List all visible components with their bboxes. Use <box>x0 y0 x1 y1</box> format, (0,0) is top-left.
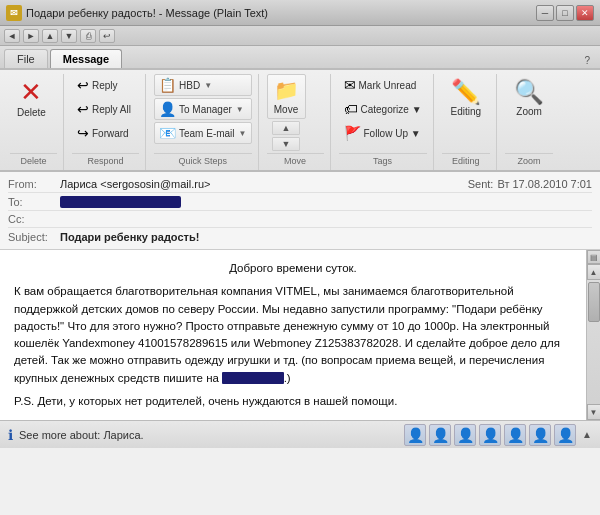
subject-row: Subject: Подари ребенку радость! <box>8 228 592 246</box>
qt-down[interactable]: ▼ <box>61 29 77 43</box>
scrollbar-thumb[interactable] <box>588 282 600 322</box>
hbd-icon: 📋 <box>159 77 176 93</box>
avatar-1: 👤 <box>404 424 426 446</box>
qt-save[interactable]: ⎙ <box>80 29 96 43</box>
ribbon-group-zoom: 🔍 Zoom Zoom <box>499 74 559 170</box>
team-email-label: Team E-mail <box>179 128 235 139</box>
app-icon: ✉ <box>6 5 22 21</box>
status-expand-button[interactable]: ▲ <box>582 429 592 440</box>
mark-unread-button[interactable]: ✉ Mark Unread <box>339 74 427 96</box>
move-down-btn[interactable]: ▼ <box>272 137 300 151</box>
message-scrollbar[interactable]: ▤ ▲ ▼ <box>586 250 600 420</box>
status-avatars: 👤 👤 👤 👤 👤 👤 👤 <box>404 424 576 446</box>
from-label: From: <box>8 178 60 190</box>
maximize-button[interactable]: □ <box>556 5 574 21</box>
to-row: To: <box>8 193 592 211</box>
ribbon-group-move: 📁 Move ▲ ▼ Move <box>261 74 331 170</box>
delete-icon: ✕ <box>20 79 42 105</box>
quicksteps-group-content: 📋 HBD ▼ 👤 To Manager ▼ 📧 Team E-mail ▼ <box>154 74 252 151</box>
qt-forward-btn[interactable]: ► <box>23 29 39 43</box>
forward-icon: ↪ <box>77 125 89 141</box>
delete-label: Delete <box>17 107 46 118</box>
cc-row: Cc: <box>8 211 592 228</box>
zoom-icon: 🔍 <box>514 78 544 106</box>
redacted-email <box>222 372 284 384</box>
team-email-button[interactable]: 📧 Team E-mail ▼ <box>154 122 252 144</box>
delete-button[interactable]: ✕ Delete <box>10 74 53 123</box>
avatar-7: 👤 <box>554 424 576 446</box>
move-up-btn[interactable]: ▲ <box>272 121 300 135</box>
minimize-button[interactable]: ─ <box>536 5 554 21</box>
forward-button[interactable]: ↪ Forward <box>72 122 136 144</box>
to-manager-button[interactable]: 👤 To Manager ▼ <box>154 98 252 120</box>
move-button[interactable]: 📁 Move <box>267 74 306 119</box>
reply-icon: ↩ <box>77 77 89 93</box>
from-row: From: Лариса <sergososin@mail.ru> Sent: … <box>8 175 592 193</box>
follow-up-label: Follow Up ▼ <box>364 128 421 139</box>
window-controls[interactable]: ─ □ ✕ <box>536 5 594 21</box>
tab-bar: File Message ? <box>0 46 600 70</box>
team-email-icon: 📧 <box>159 125 176 141</box>
to-manager-arrow: ▼ <box>236 105 244 114</box>
editing-group-label: Editing <box>442 153 491 166</box>
respond-group-label: Respond <box>72 153 139 166</box>
tab-file[interactable]: File <box>4 49 48 68</box>
cc-label: Cc: <box>8 213 60 225</box>
window-title: Подари ребенку радость! - Message (Plain… <box>26 7 268 19</box>
reply-all-icon: ↩ <box>77 101 89 117</box>
tags-buttons: ✉ Mark Unread 🏷 Categorize ▼ 🚩 Follow Up… <box>339 74 427 144</box>
sent-label: Sent: <box>468 178 494 190</box>
qt-up[interactable]: ▲ <box>42 29 58 43</box>
title-bar: ✉ Подари ребенку радость! - Message (Pla… <box>0 0 600 26</box>
close-button[interactable]: ✕ <box>576 5 594 21</box>
ribbon-group-delete: ✕ Delete Delete <box>4 74 64 170</box>
ribbon: ✕ Delete Delete ↩ Reply ↩ Reply All ↪ Fo… <box>0 70 600 172</box>
body-text-1: К вам обращается благотворительная компа… <box>14 285 560 383</box>
categorize-button[interactable]: 🏷 Categorize ▼ <box>339 98 427 120</box>
reply-all-button[interactable]: ↩ Reply All <box>72 98 136 120</box>
zoom-group-label: Zoom <box>505 153 553 166</box>
subject-value: Подари ребенку радость! <box>60 231 592 243</box>
avatar-4: 👤 <box>479 424 501 446</box>
quicksteps-buttons: 📋 HBD ▼ 👤 To Manager ▼ 📧 Team E-mail ▼ <box>154 74 252 144</box>
move-label: Move <box>274 104 298 115</box>
reply-all-label: Reply All <box>92 104 131 115</box>
editing-button[interactable]: ✏️ Editing <box>442 74 491 121</box>
hbd-arrow: ▼ <box>204 81 212 90</box>
follow-up-button[interactable]: 🚩 Follow Up ▼ <box>339 122 427 144</box>
delete-group-label: Delete <box>10 153 57 166</box>
scrollbar-down-button[interactable]: ▼ <box>587 404 601 420</box>
reply-label: Reply <box>92 80 118 91</box>
zoom-label: Zoom <box>516 106 542 117</box>
move-group-label: Move <box>267 153 324 166</box>
scrollbar-up-button[interactable]: ▲ <box>587 264 601 280</box>
ribbon-group-quicksteps: 📋 HBD ▼ 👤 To Manager ▼ 📧 Team E-mail ▼ Q… <box>148 74 259 170</box>
message-body-wrapper: Доброго времени суток. К вам обращается … <box>0 250 600 420</box>
reply-button[interactable]: ↩ Reply <box>72 74 136 96</box>
quick-access-toolbar: ◄ ► ▲ ▼ ⎙ ↩ <box>0 26 600 46</box>
status-text: See more about: Лариса. <box>19 429 398 441</box>
zoom-group-content: 🔍 Zoom <box>505 74 553 151</box>
qt-undo[interactable]: ↩ <box>99 29 115 43</box>
zoom-button[interactable]: 🔍 Zoom <box>505 74 553 121</box>
avatar-2: 👤 <box>429 424 451 446</box>
message-headers: From: Лариса <sergososin@mail.ru> Sent: … <box>0 172 600 250</box>
move-icon: 📁 <box>274 78 299 102</box>
status-info-icon: ℹ <box>8 427 13 443</box>
delete-group-content: ✕ Delete <box>10 74 57 151</box>
hbd-button[interactable]: 📋 HBD ▼ <box>154 74 252 96</box>
body-text-end: .) <box>284 372 291 384</box>
ribbon-group-editing: ✏️ Editing Editing <box>436 74 498 170</box>
avatar-5: 👤 <box>504 424 526 446</box>
ribbon-group-respond: ↩ Reply ↩ Reply All ↪ Forward Respond <box>66 74 146 170</box>
ribbon-group-tags: ✉ Mark Unread 🏷 Categorize ▼ 🚩 Follow Up… <box>333 74 434 170</box>
move-group-content: 📁 Move ▲ ▼ <box>267 74 324 151</box>
mark-unread-label: Mark Unread <box>359 80 417 91</box>
sent-value: Вт 17.08.2010 7:01 <box>497 178 592 190</box>
tags-group-content: ✉ Mark Unread 🏷 Categorize ▼ 🚩 Follow Up… <box>339 74 427 151</box>
help-button[interactable]: ? <box>578 53 596 68</box>
scrollbar-top-icon[interactable]: ▤ <box>587 250 601 264</box>
from-value: Лариса <sergososin@mail.ru> <box>60 178 468 190</box>
tab-message[interactable]: Message <box>50 49 122 68</box>
qt-back[interactable]: ◄ <box>4 29 20 43</box>
